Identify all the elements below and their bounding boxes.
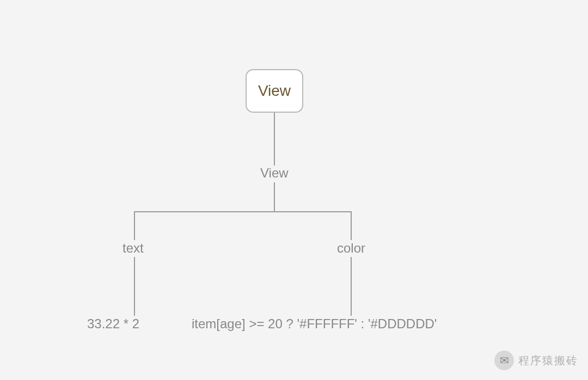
connector-line	[134, 211, 352, 212]
connector-line	[351, 211, 352, 240]
leaf-expression-right: item[age] >= 20 ? '#FFFFFF' : '#DDDDDD'	[192, 316, 437, 332]
root-node-label: View	[258, 82, 291, 100]
watermark: ✉ 程序猿搬砖	[494, 351, 578, 370]
connector-line	[274, 182, 275, 212]
tree-diagram: View View text color 33.22 * 2 item[age]…	[0, 0, 588, 380]
connector-line	[274, 113, 275, 166]
connector-line	[351, 257, 352, 316]
branch-label-text: text	[122, 241, 144, 256]
watermark-text: 程序猿搬砖	[518, 353, 578, 368]
wechat-icon: ✉	[494, 351, 514, 370]
child-node-view: View	[260, 166, 289, 181]
wechat-icon-glyph: ✉	[500, 354, 509, 367]
connector-line	[134, 257, 135, 316]
root-node-box: View	[246, 69, 303, 113]
leaf-expression-left: 33.22 * 2	[87, 316, 139, 332]
connector-line	[134, 211, 135, 240]
branch-label-color: color	[337, 241, 365, 256]
